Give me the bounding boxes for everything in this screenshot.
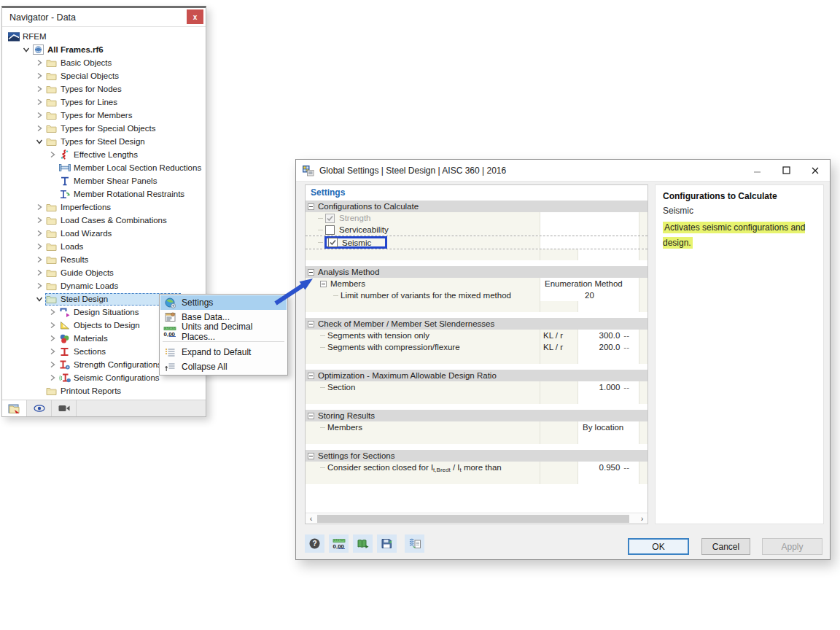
menu-item-collapse-all[interactable]: Collapse All bbox=[160, 359, 287, 374]
value-cell[interactable]: By location bbox=[578, 421, 639, 433]
settings-group-configurations-to-calculate[interactable]: Configurations to Calculate bbox=[306, 201, 648, 212]
value-cell[interactable]: 300.0-- bbox=[578, 330, 639, 341]
tree-item-body[interactable]: Load Cases & Combinations bbox=[45, 214, 171, 227]
chevron-right-icon[interactable] bbox=[34, 214, 45, 226]
menu-item-units-and-decimal-places[interactable]: 0,00Units and Decimal Places... bbox=[160, 324, 287, 339]
chevron-right-icon[interactable] bbox=[47, 149, 58, 160]
tree-item-body[interactable]: Load Wizards bbox=[45, 228, 116, 240]
tree-item-types-for-steel-design[interactable]: Types for Steel Design bbox=[2, 135, 206, 148]
chevron-right-icon[interactable] bbox=[34, 57, 45, 69]
chevron-right-icon[interactable] bbox=[34, 83, 45, 95]
tree-item-body[interactable]: Strength Configurations bbox=[58, 359, 166, 371]
tree-item-body[interactable]: Materials bbox=[58, 332, 112, 345]
scroll-right-icon[interactable]: › bbox=[637, 514, 648, 524]
chevron-down-icon[interactable] bbox=[34, 136, 45, 147]
scrollbar-track[interactable] bbox=[316, 514, 637, 524]
checkbox-seismic[interactable] bbox=[328, 238, 338, 247]
book-export-button[interactable] bbox=[353, 534, 373, 553]
navigator-titlebar[interactable]: Navigator - Data x bbox=[2, 8, 206, 27]
tree-item-effective-lengths[interactable]: Effective Lengths bbox=[2, 148, 206, 161]
tree-item-member-shear-panels[interactable]: Member Shear Panels bbox=[2, 174, 206, 187]
tree-item-loads[interactable]: Loads bbox=[2, 240, 206, 253]
tree-item-load-wizards[interactable]: Load Wizards bbox=[2, 227, 206, 240]
cancel-button[interactable]: Cancel bbox=[701, 538, 750, 555]
tree-item-types-for-lines[interactable]: Types for Lines bbox=[2, 96, 206, 109]
tree-item-body[interactable]: Dynamic Loads bbox=[45, 280, 122, 292]
value-cell[interactable]: 200.0-- bbox=[578, 341, 639, 353]
tree-item-load-cases-combinations[interactable]: Load Cases & Combinations bbox=[2, 214, 206, 227]
collapse-expander-icon[interactable] bbox=[308, 269, 314, 276]
copy-settings-button[interactable] bbox=[405, 534, 424, 553]
tree-item-body[interactable]: Loads bbox=[45, 241, 88, 253]
close-button[interactable] bbox=[801, 160, 830, 181]
chevron-down-icon[interactable] bbox=[34, 293, 45, 305]
value-cell[interactable]: 20 bbox=[540, 289, 639, 301]
menu-item-expand-to-default[interactable]: Expand to Default bbox=[160, 345, 287, 359]
tree-item-basic-objects[interactable]: Basic Objects bbox=[2, 56, 206, 69]
tree-item-special-objects[interactable]: Special Objects bbox=[2, 69, 206, 82]
tree-item-body[interactable]: All Frames.rf6 bbox=[32, 44, 108, 56]
chevron-right-icon[interactable] bbox=[47, 319, 58, 331]
tree-item-body[interactable]: RFEM bbox=[7, 31, 51, 43]
chevron-down-icon[interactable] bbox=[20, 44, 32, 55]
collapse-expander-icon[interactable] bbox=[308, 373, 314, 379]
tree-item-body[interactable]: Seismic Configurations bbox=[58, 372, 164, 384]
settings-group-analysis-method[interactable]: Analysis Method bbox=[306, 266, 648, 278]
chevron-right-icon[interactable] bbox=[47, 346, 58, 357]
value-cell[interactable]: 0.950-- bbox=[578, 462, 639, 473]
help-button[interactable]: ? bbox=[305, 534, 324, 553]
close-icon[interactable]: x bbox=[187, 9, 203, 24]
value-cell[interactable]: 1.000-- bbox=[578, 381, 639, 393]
tree-item-body[interactable]: Member Shear Panels bbox=[58, 175, 161, 187]
tree-item-printout-reports[interactable]: Printout Reports bbox=[2, 384, 206, 397]
tree-item-dynamic-loads[interactable]: Dynamic Loads bbox=[2, 279, 206, 292]
chevron-right-icon[interactable] bbox=[34, 228, 45, 239]
dialog-titlebar[interactable]: Global Settings | Steel Design | AISC 36… bbox=[296, 160, 830, 182]
maximize-button[interactable] bbox=[771, 160, 801, 181]
value-cell[interactable]: Enumeration Method bbox=[540, 278, 639, 289]
chevron-right-icon[interactable] bbox=[47, 332, 58, 344]
tree-item-body[interactable]: Sections bbox=[58, 346, 110, 358]
tree-item-body[interactable]: Member Rotational Restraints bbox=[58, 188, 189, 201]
settings-group-storing-results[interactable]: Storing Results bbox=[306, 410, 648, 421]
menu-item-settings[interactable]: Settings bbox=[160, 295, 287, 310]
chevron-right-icon[interactable] bbox=[34, 254, 45, 265]
checkbox-serviceability[interactable] bbox=[325, 225, 335, 235]
scrollbar-thumb[interactable] bbox=[317, 515, 629, 523]
save-button[interactable] bbox=[377, 534, 397, 553]
chevron-right-icon[interactable] bbox=[47, 372, 58, 384]
tree-item-body[interactable]: Basic Objects bbox=[45, 57, 116, 69]
chevron-right-icon[interactable] bbox=[34, 280, 45, 292]
minimize-button[interactable] bbox=[742, 160, 771, 181]
tree-item-types-for-nodes[interactable]: Types for Nodes bbox=[2, 82, 206, 96]
tree-item-all-frames-rf6[interactable]: All Frames.rf6 bbox=[2, 43, 206, 56]
tree-item-body[interactable]: Effective Lengths bbox=[58, 149, 142, 161]
tree-item-member-local-section-reductions[interactable]: Member Local Section Reductions bbox=[2, 161, 206, 174]
ok-button[interactable]: OK bbox=[628, 538, 689, 555]
settings-group-optimization-maximum-allowable-design-ratio[interactable]: Optimization - Maximum Allowable Design … bbox=[306, 370, 648, 381]
chevron-right-icon[interactable] bbox=[34, 70, 45, 82]
collapse-expander-icon[interactable] bbox=[308, 321, 314, 327]
tree-item-results[interactable]: Results bbox=[2, 253, 206, 266]
tree-item-rfem[interactable]: RFEM bbox=[2, 30, 206, 43]
chevron-right-icon[interactable] bbox=[34, 96, 45, 108]
tree-item-body[interactable]: Types for Members bbox=[45, 109, 136, 122]
tree-item-body[interactable]: Results bbox=[45, 254, 93, 266]
tree-item-body[interactable]: Special Objects bbox=[45, 70, 123, 82]
units-button[interactable]: 0,00 bbox=[329, 534, 349, 553]
collapse-expander-icon[interactable] bbox=[308, 203, 314, 210]
chevron-right-icon[interactable] bbox=[34, 267, 45, 279]
tree-item-body[interactable]: Printout Reports bbox=[45, 385, 125, 397]
navigator-tab-display[interactable] bbox=[52, 400, 77, 416]
tree-item-body[interactable]: Types for Nodes bbox=[45, 83, 126, 96]
tree-item-body[interactable]: Types for Steel Design bbox=[45, 136, 149, 148]
settings-group-settings-for-sections[interactable]: Settings for Sections bbox=[306, 450, 648, 462]
tree-item-body[interactable]: Types for Lines bbox=[45, 96, 122, 109]
tree-item-body[interactable]: Design Situations bbox=[58, 306, 144, 319]
tree-item-imperfections[interactable]: Imperfections bbox=[2, 201, 206, 214]
chevron-right-icon[interactable] bbox=[47, 306, 58, 318]
navigator-tab-views[interactable] bbox=[27, 400, 52, 416]
tree-item-body[interactable]: Objects to Design bbox=[58, 319, 144, 332]
settings-group-check-of-member-member-set-slendernesses[interactable]: Check of Member / Member Set Slenderness… bbox=[306, 318, 648, 330]
tree-item-body[interactable]: Types for Special Objects bbox=[45, 122, 160, 135]
